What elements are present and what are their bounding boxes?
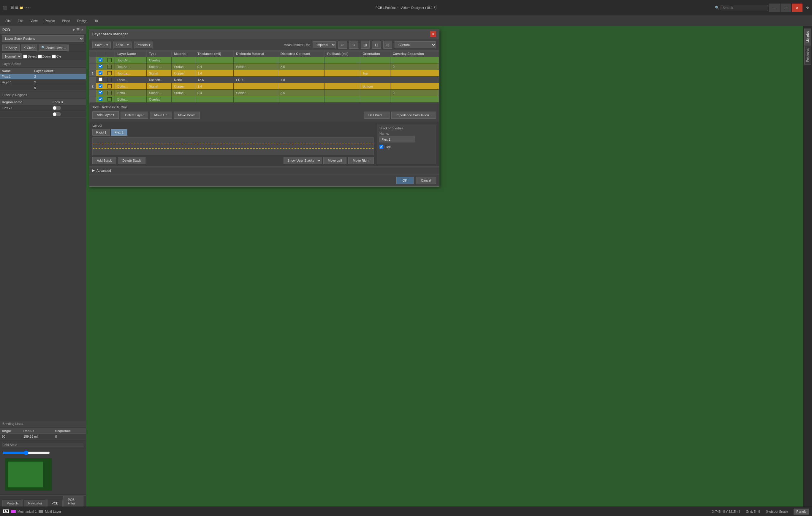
visible-checkbox[interactable] (98, 78, 103, 81)
load-button[interactable]: Load... ▾ (113, 41, 132, 49)
stack-name-input[interactable] (379, 136, 415, 143)
cancel-button[interactable]: Cancel (416, 177, 436, 184)
add-stack-button[interactable]: Add Stack (92, 157, 116, 164)
table-row[interactable]: Diect... Dielectr... None 12.6 FR-4 4.8 (89, 77, 439, 83)
table-row[interactable]: 2 Botto... Signal Copper 1.4 Bottom (89, 83, 439, 90)
stack-row[interactable]: 9 (0, 85, 86, 91)
dialog-close-button[interactable]: × (430, 31, 436, 37)
row-thickness: 0.4 (195, 90, 233, 96)
tab-pcb[interactable]: PCB (47, 500, 63, 507)
stack-count: 2 (32, 80, 86, 85)
move-down-button[interactable]: Move Down (174, 112, 200, 119)
right-tab-libraries[interactable]: Libraries (804, 29, 811, 45)
visible-checkbox[interactable] (98, 84, 103, 88)
redo-button[interactable]: ↪ (349, 41, 358, 49)
menu-place[interactable]: Place (59, 18, 73, 24)
icon-btn-2[interactable]: ⊟ (372, 41, 381, 49)
row-coverlay (390, 96, 439, 103)
ls-indicator: LS (3, 510, 9, 513)
stack-properties-panel: Stack Properties Name: Flex (377, 124, 436, 164)
move-left-button[interactable]: Move Left (323, 157, 346, 164)
flex-checkbox[interactable] (379, 145, 383, 149)
right-tab-properties[interactable]: Properties (804, 46, 811, 65)
custom-select[interactable]: Custom (395, 41, 436, 49)
menu-file[interactable]: File (2, 18, 14, 24)
row-color-swatch (105, 96, 115, 103)
advanced-arrow-icon: ▶ (92, 169, 95, 173)
region-row[interactable] (0, 111, 86, 118)
menu-to[interactable]: To (91, 18, 101, 24)
table-row[interactable]: Botto... Overlay (89, 96, 439, 103)
minimize-button[interactable]: — (769, 4, 780, 12)
stack-row[interactable]: Flex 12 (0, 74, 86, 80)
add-layer-button[interactable]: Add Layer ▾ (92, 111, 119, 119)
row-thickness: 1.4 (195, 70, 233, 77)
visible-checkbox[interactable] (98, 97, 103, 101)
presets-button[interactable]: Presets ▾ (134, 41, 153, 49)
maximize-button[interactable]: □ (781, 4, 791, 12)
select-checkbox[interactable] (23, 55, 27, 58)
advanced-toggle[interactable]: ▶ Advanced (92, 169, 436, 173)
region-row[interactable]: Flex - 1 (0, 105, 86, 111)
tab-pcb-filter[interactable]: PCB Filter (63, 496, 83, 507)
move-up-button[interactable]: Move Up (150, 112, 172, 119)
panels-button[interactable]: Panels (793, 509, 809, 515)
show-user-stacks-select[interactable]: Show User Stacks (284, 157, 322, 164)
close-panel-icon[interactable]: × (81, 28, 83, 32)
cle-checkbox[interactable] (52, 55, 56, 58)
col-thickness: Thickness (mil) (195, 51, 233, 57)
row-num: 1 (89, 70, 96, 77)
tab-navigator[interactable]: Navigator (24, 500, 47, 507)
search-icon: 🔍 (715, 6, 719, 10)
menu-edit[interactable]: Edit (15, 18, 26, 24)
lock-toggle[interactable] (53, 106, 61, 110)
table-row[interactable]: 1 Top La... Signal Copper 1.4 Top (89, 70, 439, 77)
search-input[interactable] (721, 5, 768, 10)
zoom-checkbox[interactable] (38, 55, 42, 58)
stack-tab-rigid[interactable]: Rigid 1 (92, 129, 110, 135)
menu-design[interactable]: Design (74, 18, 90, 24)
icon-btn-1[interactable]: ⊞ (361, 41, 370, 49)
table-row[interactable]: Top Ov... Overlay (89, 57, 439, 63)
title-bar-left: ⬛ 🖫 🖫 📁 ↩ ↪ (3, 6, 31, 10)
color-indicator (108, 71, 112, 75)
impedance-button[interactable]: Impedance Calculation... (391, 112, 436, 119)
measurement-select[interactable]: Imperial (313, 41, 336, 49)
stack-tab-flex[interactable]: Flex 1 (111, 129, 127, 135)
undo-button[interactable]: ↩ (338, 41, 347, 49)
visible-checkbox[interactable] (98, 58, 103, 62)
icon-btn-3[interactable]: ⊕ (383, 41, 392, 49)
delete-stack-button[interactable]: Delete Stack (118, 157, 145, 164)
dialog-toolbar: Save... ▾ Load... ▾ Presets ▾ Measuremen… (89, 39, 439, 51)
close-button[interactable]: × (792, 4, 803, 12)
menu-icon[interactable]: ☰ (76, 28, 80, 32)
ok-button[interactable]: OK (396, 177, 413, 184)
visible-checkbox[interactable] (98, 71, 103, 75)
delete-layer-button[interactable]: Delete Layer (120, 112, 148, 119)
row-diel-const: 3.5 (278, 63, 325, 70)
menu-project[interactable]: Project (41, 18, 58, 24)
menu-view[interactable]: View (28, 18, 41, 24)
main-area: PCB ▾ ☰ × Layer Stack Regions ✓ Apply ✕ … (0, 26, 812, 507)
lock-toggle[interactable] (53, 112, 61, 116)
stack-row[interactable]: Rigid 12 (0, 80, 86, 85)
normal-select[interactable]: Normal (2, 53, 22, 59)
row-orient (360, 63, 390, 70)
fold-slider[interactable] (2, 450, 50, 455)
visible-checkbox[interactable] (98, 64, 103, 68)
table-row[interactable]: Botto... Solder ... Surfac... 0.4 Solder… (89, 90, 439, 96)
table-row[interactable]: Top So... Solder ... Surfac... 0.4 Solde… (89, 63, 439, 70)
pin-icon[interactable]: ▾ (73, 28, 75, 32)
layer-table: Layer Name Type Material Thickness (mil)… (89, 51, 439, 103)
row-pullback (325, 57, 360, 63)
zoom-level-button[interactable]: 🔍 Zoom Level... (38, 44, 69, 51)
layer-stacks-section-label: Layer Stacks (0, 61, 86, 67)
visible-checkbox[interactable] (98, 91, 103, 94)
move-right-button[interactable]: Move Right (348, 157, 374, 164)
save-button[interactable]: Save... ▾ (92, 41, 111, 49)
apply-button[interactable]: ✓ Apply (2, 44, 20, 51)
drill-pairs-button[interactable]: Drill Pairs... (364, 112, 389, 119)
tab-projects[interactable]: Projects (2, 500, 23, 507)
clear-button[interactable]: ✕ Clear (21, 44, 37, 51)
layer-stack-regions-select[interactable]: Layer Stack Regions (2, 35, 84, 42)
